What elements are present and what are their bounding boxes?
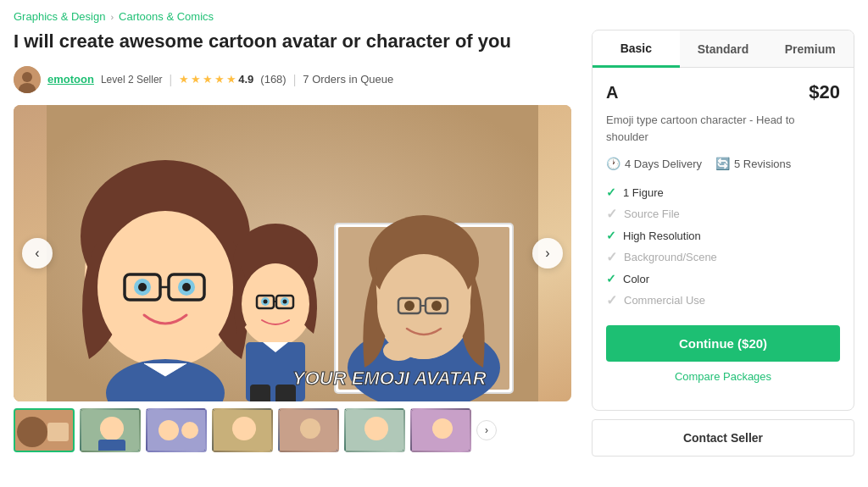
compare-packages-link[interactable]: Compare Packages: [606, 370, 840, 383]
features-list: ✓ 1 Figure ✓ Source File ✓ High Resoluti…: [606, 182, 840, 312]
feature-commercial: ✓ Commercial Use: [606, 289, 840, 312]
package-card: Basic Standard Premium A $20 Emoji type …: [592, 30, 854, 411]
svg-point-47: [100, 417, 124, 440]
feature-background: ✓ Background/Scene: [606, 246, 840, 268]
delivery-info: 🕐 4 Days Delivery 🔄 5 Revisions: [606, 157, 840, 170]
svg-point-57: [364, 417, 388, 440]
cartoon-illustration: YOUR EMOJI AVATAR: [14, 105, 571, 401]
dash-icon: ✓: [606, 249, 617, 265]
feature-label: Background/Scene: [624, 251, 717, 263]
thumbnail-3[interactable]: [146, 408, 207, 452]
thumbnail-2[interactable]: [80, 408, 141, 452]
package-content: A $20 Emoji type cartoon character - Hea…: [593, 68, 854, 410]
feature-label: Color: [623, 273, 649, 285]
svg-point-51: [181, 422, 198, 439]
feature-high-resolution: ✓ High Resolution: [606, 225, 840, 246]
breadcrumb-cartoons[interactable]: Cartoons & Comics: [119, 10, 214, 23]
continue-button[interactable]: Continue ($20): [606, 325, 840, 362]
svg-rect-45: [47, 423, 69, 441]
thumbnail-5[interactable]: [278, 408, 339, 452]
thumbnail-1[interactable]: [14, 408, 75, 452]
svg-point-59: [432, 418, 453, 439]
svg-rect-26: [250, 385, 270, 401]
svg-point-53: [232, 417, 256, 440]
seller-level: Level 2 Seller: [101, 74, 163, 86]
avatar: [14, 66, 41, 93]
feature-label: Commercial Use: [624, 294, 705, 307]
check-icon: ✓: [606, 185, 616, 199]
delivery-days: 🕐 4 Days Delivery: [606, 157, 702, 170]
breadcrumb: Graphics & Design › Cartoons & Comics: [0, 0, 868, 30]
left-panel: I will create awesome cartoon avatar or …: [14, 30, 571, 457]
dash-icon: ✓: [606, 206, 617, 222]
main-image: YOUR EMOJI AVATAR ‹ ›: [14, 105, 571, 401]
page-container: I will create awesome cartoon avatar or …: [0, 30, 868, 470]
delivery-revisions: 🔄 5 Revisions: [715, 157, 791, 170]
next-button[interactable]: ›: [532, 238, 563, 268]
svg-point-55: [300, 418, 320, 439]
thumbnail-4[interactable]: [212, 408, 273, 452]
svg-point-50: [159, 420, 179, 440]
tab-standard[interactable]: Standard: [680, 30, 767, 67]
clock-icon: 🕐: [606, 157, 620, 170]
svg-point-13: [182, 283, 191, 291]
svg-point-1: [22, 72, 32, 82]
package-price: $20: [809, 81, 840, 103]
breadcrumb-separator: ›: [110, 12, 114, 22]
svg-point-12: [138, 283, 147, 291]
feature-color: ✓ Color: [606, 268, 840, 289]
breadcrumb-graphics[interactable]: Graphics & Design: [14, 10, 105, 23]
main-image-container: YOUR EMOJI AVATAR ‹ ›: [14, 105, 571, 401]
feature-label: High Resolution: [623, 230, 701, 242]
package-description: Emoji type cartoon character - Head to s…: [606, 112, 840, 145]
package-header: A $20: [606, 81, 840, 103]
svg-text:YOUR EMOJI AVATAR: YOUR EMOJI AVATAR: [292, 368, 487, 389]
prev-button[interactable]: ‹: [22, 238, 53, 268]
thumbnail-next-button[interactable]: ›: [476, 420, 497, 440]
package-tabs: Basic Standard Premium: [593, 30, 854, 68]
svg-point-39: [404, 301, 415, 311]
svg-point-41: [383, 340, 414, 361]
svg-point-24: [283, 299, 287, 303]
page-title: I will create awesome cartoon avatar or …: [14, 30, 571, 54]
thumbnail-strip: ›: [14, 408, 571, 452]
feature-label: 1 Figure: [623, 186, 664, 199]
order-queue: 7 Orders in Queue: [303, 73, 393, 86]
dash-icon: ✓: [606, 292, 617, 308]
refresh-icon: 🔄: [715, 157, 730, 170]
right-panel: Basic Standard Premium A $20 Emoji type …: [592, 30, 854, 457]
svg-point-44: [17, 417, 47, 447]
thumbnail-7[interactable]: [410, 408, 471, 452]
tab-basic[interactable]: Basic: [593, 31, 680, 68]
seller-name[interactable]: emotoon: [47, 73, 94, 86]
package-name: A: [606, 83, 618, 102]
thumbnail-6[interactable]: [344, 408, 405, 452]
feature-source-file: ✓ Source File: [606, 202, 840, 225]
check-icon: ✓: [606, 272, 616, 285]
svg-point-40: [431, 301, 442, 311]
star-rating: ★ ★ ★ ★ ★ 4.9: [179, 73, 253, 86]
tab-premium[interactable]: Premium: [766, 30, 854, 67]
check-icon: ✓: [606, 229, 616, 242]
feature-label: Source File: [624, 208, 680, 220]
contact-seller-button[interactable]: Contact Seller: [592, 419, 854, 457]
feature-1-figure: ✓ 1 Figure: [606, 182, 840, 202]
review-count: (168): [260, 73, 286, 86]
svg-point-23: [264, 299, 268, 303]
seller-info: emotoon Level 2 Seller | ★ ★ ★ ★ ★ 4.9 (…: [14, 66, 571, 93]
rating-number: 4.9: [238, 73, 253, 86]
svg-rect-48: [98, 440, 125, 452]
